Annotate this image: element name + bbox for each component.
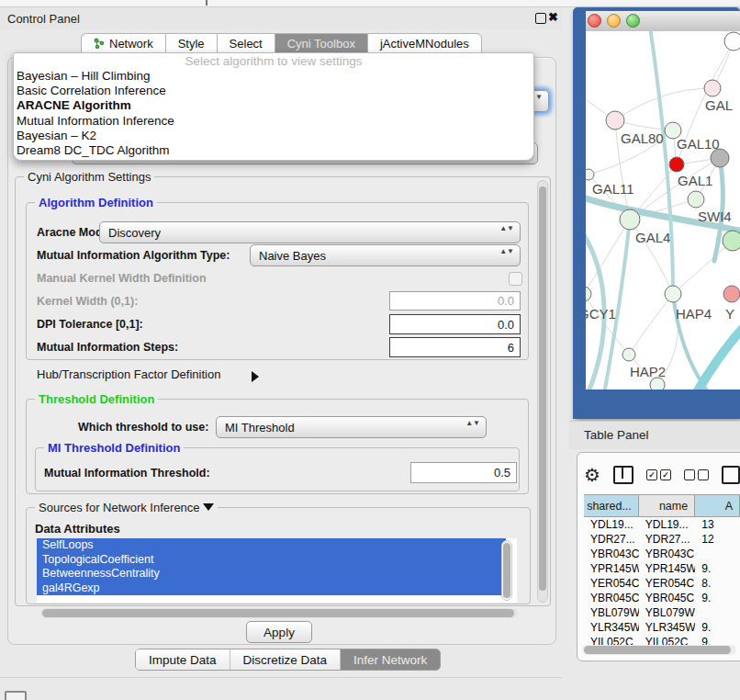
aracne-mode-combo[interactable]: Discovery ▲▼ [99, 221, 521, 243]
network-edge-thick[interactable] [694, 325, 740, 390]
table-row[interactable]: YER054CYER054C8. [584, 576, 740, 591]
table-row[interactable]: YBL079WYBL079W [584, 605, 740, 620]
algorithm-option[interactable]: Mutual Information Inference [14, 114, 533, 129]
algorithm-option[interactable]: Basic Correlation Inference [14, 84, 533, 98]
tab-discretize-data[interactable]: Discretize Data [230, 649, 342, 670]
network-node[interactable] [711, 149, 729, 167]
algorithm-definition-title: Algorithm Definition [35, 196, 157, 209]
window-close-button[interactable] [588, 14, 601, 28]
table-row[interactable]: YDL19...YDL19...13 [584, 517, 740, 532]
attribute-list-item[interactable]: SelfLoops [37, 538, 506, 553]
table-cell: 8. [695, 576, 740, 591]
tab-jactivemnodules[interactable]: jActiveMNodules [367, 33, 482, 53]
attribute-list-item[interactable]: TopologicalCoefficient [37, 553, 506, 568]
table-hscrollbar-thumb[interactable] [584, 646, 731, 654]
settings-hscrollbar[interactable] [40, 608, 518, 618]
network-edge-thick[interactable] [604, 220, 630, 390]
table-row[interactable]: YBR043CYBR043C [584, 547, 740, 561]
which-threshold-combo[interactable]: MI Threshold ▲▼ [216, 416, 487, 438]
tab-infer-network[interactable]: Infer Network [341, 649, 440, 670]
network-edge[interactable] [586, 294, 629, 355]
attribute-list-item[interactable]: BetweennessCentrality [37, 567, 506, 581]
tab-style[interactable]: Style [165, 33, 217, 53]
table-column-header[interactable]: A [695, 495, 740, 516]
algorithm-popup-list: Bayesian – Hill ClimbingBasic Correlatio… [14, 69, 533, 158]
table-cell: 12 [695, 532, 740, 547]
table-mode-icon[interactable] [722, 466, 740, 484]
spinner-arrows-icon: ▲▼ [499, 248, 514, 255]
network-node[interactable] [620, 209, 640, 230]
network-node[interactable] [606, 111, 624, 130]
algorithm-option[interactable]: Dream8 DC_TDC Algorithm [14, 143, 533, 158]
mi-threshold-field[interactable]: 0.5 [410, 462, 517, 483]
network-node[interactable] [688, 191, 704, 208]
settings-scrollbar-thumb[interactable] [539, 186, 546, 591]
table-column-header[interactable]: shared... [584, 495, 639, 516]
kernel-width-field[interactable]: 0.0 [389, 291, 521, 310]
data-attributes-list[interactable]: SelfLoopsTopologicalCoefficientBetweenne… [37, 538, 517, 603]
table-cell [695, 605, 740, 620]
algorithm-option[interactable]: Bayesian – K2 [14, 129, 533, 143]
dpi-tolerance-label: DPI Tolerance [0,1]: [37, 318, 143, 331]
table-hscrollbar[interactable] [582, 645, 736, 655]
screen: Control Panel ✖ Network Style Select Cyn… [0, 0, 740, 700]
tab-impute-data[interactable]: Impute Data [136, 649, 230, 670]
table-row[interactable]: YPR145WYPR145W9. [584, 561, 740, 576]
table-row[interactable]: YDR27...YDR27...12 [584, 532, 740, 547]
mi-algorithm-type-label: Mutual Information Algorithm Type: [37, 249, 230, 262]
network-node[interactable] [669, 157, 684, 172]
dpi-tolerance-field[interactable]: 0.0 [389, 314, 521, 334]
attributes-scrollbar[interactable] [501, 540, 512, 601]
table-cell: YBR043C [584, 547, 639, 561]
close-panel-icon[interactable]: ✖ [548, 10, 558, 24]
network-edge[interactable] [673, 241, 733, 294]
network-node[interactable] [723, 231, 740, 251]
mi-steps-field[interactable]: 6 [389, 337, 521, 357]
algorithm-option[interactable]: ARACNE Algorithm [14, 98, 533, 113]
network-node[interactable] [586, 287, 591, 301]
algorithm-option[interactable]: Bayesian – Hill Climbing [14, 69, 533, 84]
attributes-scrollbar-thumb[interactable] [503, 543, 510, 598]
gear-icon[interactable]: ⚙ [584, 466, 600, 484]
network-node[interactable] [622, 348, 635, 361]
table-body: YDL19...YDL19...13YDR27...YDR27...12YBR0… [584, 517, 740, 666]
window-zoom-button[interactable] [626, 14, 640, 28]
tab-cyni-toolbox[interactable]: Cyni Toolbox [275, 33, 367, 53]
select-all-checkboxes-icon[interactable]: ✓✓ [646, 469, 671, 480]
table-cell: YPR145W [639, 561, 695, 576]
hub-expand-arrow-icon[interactable] [252, 367, 259, 384]
mi-algorithm-type-combo[interactable]: Naive Bayes ▲▼ [250, 244, 521, 266]
tab-select[interactable]: Select [217, 33, 275, 53]
threshold-definition-title: Threshold Definition [35, 392, 158, 406]
control-panel-titlebar [0, 7, 562, 29]
column-layout-icon[interactable] [613, 466, 633, 484]
sources-collapse-arrow-icon[interactable] [203, 503, 214, 511]
manual-kernel-width-checkbox[interactable] [509, 272, 522, 286]
tab-network[interactable]: Network [81, 33, 165, 53]
minimized-panel-icon[interactable] [5, 691, 27, 700]
network-node-label: GAL4 [635, 230, 670, 245]
table-row[interactable]: YBR045CYBR045C9. [584, 591, 740, 605]
network-node[interactable] [704, 80, 721, 96]
kernel-width-label: Kernel Width (0,1): [37, 295, 138, 308]
apply-button[interactable]: Apply [246, 621, 312, 643]
network-node[interactable] [723, 286, 740, 302]
float-panel-icon[interactable] [535, 13, 546, 24]
settings-hscrollbar-thumb[interactable] [42, 609, 514, 617]
window-minimize-button[interactable] [607, 14, 621, 28]
network-edge[interactable] [629, 294, 673, 355]
table-column-header[interactable]: name [639, 495, 695, 516]
network-node[interactable] [586, 169, 594, 180]
table-row[interactable]: YLR345WYLR345W9. [584, 620, 740, 635]
spinner-arrows-icon: ▲▼ [465, 420, 480, 427]
table-cell: YLR345W [584, 620, 639, 635]
settings-scrollbar[interactable] [537, 180, 548, 603]
network-node-label: GAL1 [678, 173, 712, 188]
network-edge[interactable] [615, 88, 712, 120]
settings-group-title: Cyni Algorithm Settings [24, 170, 154, 184]
deselect-all-checkboxes-icon[interactable] [684, 469, 709, 480]
attribute-list-item[interactable]: gal4RGexp [37, 581, 506, 596]
network-node[interactable] [724, 32, 740, 51]
network-node[interactable] [665, 286, 681, 302]
network-canvas[interactable]: GALGAL80GAL10GAL1GAL11SWI4GAL4GCY1HAP4YH… [586, 31, 740, 390]
